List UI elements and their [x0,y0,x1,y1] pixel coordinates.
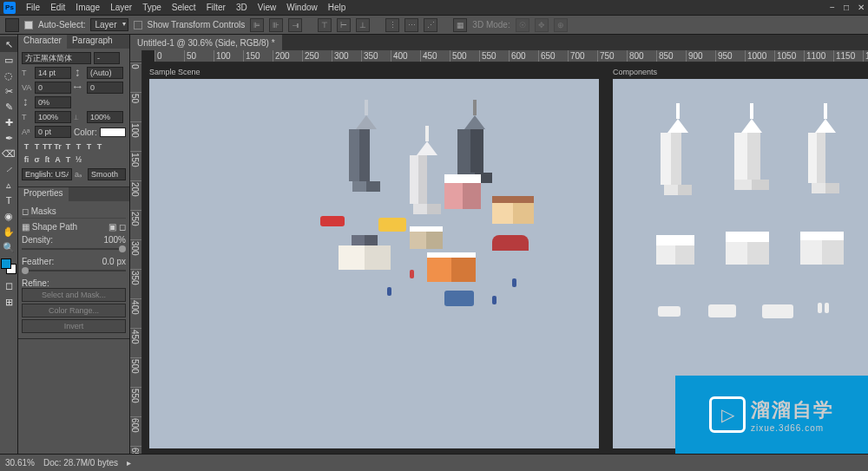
density-value[interactable]: 100% [103,235,126,245]
comp-tower-2 [734,103,769,190]
feather-label: Feather: [22,257,54,266]
align-right-icon[interactable]: ⫣ [288,18,302,32]
text-style-button[interactable]: T [84,141,94,152]
close-button[interactable]: ✕ [858,3,865,12]
tool-11[interactable]: ◉ [0,208,17,224]
text-color-swatch[interactable] [100,128,126,137]
kerning-input[interactable] [35,82,71,94]
text-style-button[interactable]: TT [43,141,52,152]
tool-9[interactable]: ▵ [0,177,17,193]
text-style-button[interactable]: T [95,141,104,152]
vertical-ruler[interactable]: 0501001502002503003504004505005506006507… [130,62,142,454]
align-bottom-icon[interactable]: ⊥ [356,18,370,32]
tool-3[interactable]: ✂ [0,83,17,99]
tool-12[interactable]: ✋ [0,224,17,239]
tool-10[interactable]: T [0,193,17,208]
tool-8[interactable]: ⟋ [0,161,17,177]
opentype-swash-icon[interactable]: A [53,154,62,165]
menu-help[interactable]: Help [323,3,352,12]
tool-2[interactable]: ◌ [0,68,17,83]
baseline-input[interactable] [35,126,71,138]
document-tab[interactable]: Untitled-1 @ 30.6% (Side, RGB/8) * [130,35,282,50]
text-style-button[interactable]: T [63,141,73,152]
current-tool-icon[interactable] [5,18,19,32]
zoom-value[interactable]: 30.61% [5,458,35,468]
tool-1[interactable]: ▭ [0,52,17,68]
opentype-ord-icon[interactable]: T [63,154,73,165]
tracking-input[interactable] [87,82,123,94]
show-transform-checkbox[interactable] [134,21,142,29]
color-range-button[interactable]: Color Range... [22,304,126,317]
vscale-input[interactable] [35,96,71,108]
text-style-button[interactable]: T [74,141,83,152]
tool-0[interactable]: ↖ [0,36,17,52]
opentype-frac-icon[interactable]: ½ [74,154,83,165]
opentype-sc-icon[interactable]: ſt [43,154,52,165]
3d-icon[interactable]: ▦ [453,18,467,32]
doc-info[interactable]: Doc: 28.7M/0 bytes [43,458,118,468]
text-style-button[interactable]: T [32,141,42,152]
color-picker[interactable] [1,258,16,274]
align-middle-icon[interactable]: ⊢ [337,18,351,32]
comp-people [818,303,829,313]
font-family-input[interactable] [22,52,91,64]
distribute-v-icon[interactable]: ⋯ [404,18,418,32]
opentype-fi-icon[interactable]: fi [22,154,31,165]
auto-select-dropdown[interactable]: Layer [90,18,128,31]
menu-image[interactable]: Image [70,3,105,12]
menu-3d[interactable]: 3D [231,3,253,12]
menu-select[interactable]: Select [167,3,201,12]
comp-box-3 [800,232,844,265]
artboard-title[interactable]: Sample Scene [149,68,599,76]
menu-type[interactable]: Type [137,3,167,12]
maximize-button[interactable]: □ [844,3,849,12]
antialias-dropdown[interactable] [88,168,126,180]
invert-button[interactable]: Invert [22,319,126,333]
screenmode-icon[interactable]: ⊞ [0,294,17,310]
text-style-button[interactable]: T [22,141,31,152]
auto-select-checkbox[interactable] [24,21,33,29]
tool-6[interactable]: ✒ [0,130,17,146]
align-left-icon[interactable]: ⊫ [250,18,264,32]
tool-5[interactable]: ✚ [0,114,17,130]
artboard-title[interactable]: Components [613,68,868,76]
auto-select-label: Auto-Select: [38,20,85,29]
character-tab[interactable]: Character [18,35,67,49]
lang-dropdown[interactable] [22,168,72,180]
distribute-h-icon[interactable]: ⋮ [385,18,399,32]
tool-4[interactable]: ✎ [0,99,17,114]
watermark-url: zixue.3d66.com [751,423,834,433]
select-and-mask-button[interactable]: Select and Mask... [22,288,126,302]
align-top-icon[interactable]: ⊤ [318,18,332,32]
feather-slider[interactable] [22,270,126,271]
minimize-button[interactable]: − [830,3,835,12]
hscale2-input[interactable] [87,111,123,123]
density-slider[interactable] [22,248,126,250]
comp-car-2 [708,304,736,317]
tool-13[interactable]: 🔍 [0,239,17,255]
tool-7[interactable]: ⌫ [0,146,17,161]
doc-info-chevron[interactable]: ▸ [127,458,131,468]
menu-layer[interactable]: Layer [105,3,137,12]
menu-file[interactable]: File [21,3,45,12]
align-center-h-icon[interactable]: ⊪ [269,18,283,32]
menu-view[interactable]: View [253,3,282,12]
mask-buttons[interactable]: ▣ ◻ [108,222,126,232]
text-style-button[interactable]: Tr [53,141,62,152]
menu-edit[interactable]: Edit [45,3,70,12]
leading-input[interactable] [87,67,123,79]
menu-window[interactable]: Window [281,3,323,12]
quickmask-icon[interactable]: ◻ [0,278,17,293]
feather-value[interactable]: 0.0 px [102,257,126,266]
hscale-input[interactable] [35,111,71,123]
opentype-st-icon[interactable]: σ [32,154,42,165]
artboard-sample-scene[interactable]: Sample Scene [149,68,599,448]
foreground-color-swatch[interactable] [1,258,11,269]
menu-filter[interactable]: Filter [201,3,231,12]
font-style-input[interactable] [94,52,120,64]
more-align-icon[interactable]: ⋰ [424,18,437,32]
properties-tab[interactable]: Properties [18,187,69,201]
font-size-input[interactable] [35,67,71,79]
horizontal-ruler[interactable]: 0501001502002503003504004505005506006507… [155,50,868,62]
paragraph-tab[interactable]: Paragraph [67,35,118,49]
